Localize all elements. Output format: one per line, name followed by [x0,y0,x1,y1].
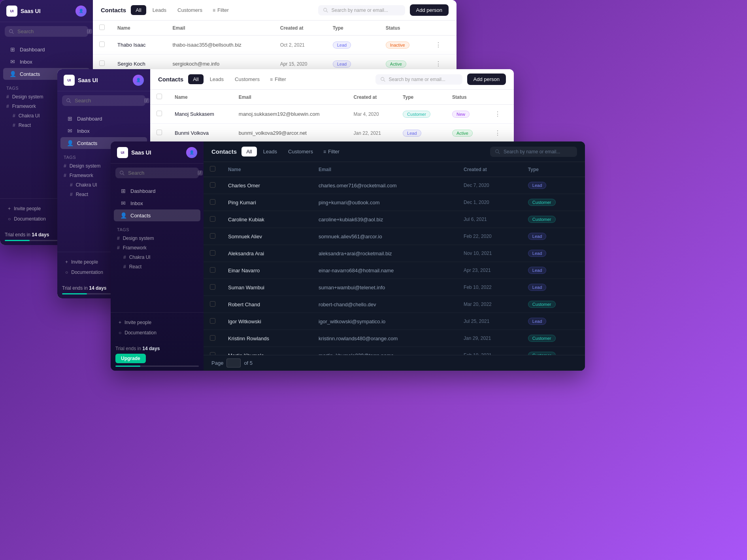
type-badge: Customer [528,335,556,342]
col-name: Name [168,90,232,105]
documentation-button[interactable]: ○ Documentation [115,328,199,338]
sidebar-header: UI Saas UI 👤 [111,141,204,164]
search-icon [495,149,500,155]
svg-point-10 [496,149,499,153]
contact-email: bunmi_volkova299@arcor.net [232,124,347,143]
search-bar[interactable] [375,74,462,85]
table-row: Thabo Isaac thabo-isaac355@bellsouth.biz… [93,36,456,55]
tab-all[interactable]: All [241,147,257,156]
tab-leads[interactable]: Leads [148,5,171,15]
invite-label: Invite people [71,259,98,265]
tag-label: Design system [123,236,154,241]
filter-button[interactable]: ≡ Filter [319,147,343,156]
sidebar-item-label: Inbox [20,59,32,65]
sidebar-item-dashboard[interactable]: ⊞ Dashboard [114,185,200,197]
contact-created: Dec 1, 2020 [457,194,522,211]
row-checkbox[interactable] [210,352,215,355]
select-all-checkbox[interactable] [157,94,162,99]
search-box[interactable]: / [115,168,199,178]
search-bar[interactable] [490,147,577,157]
search-bar[interactable] [318,5,405,15]
tag-label: Framework [123,245,147,251]
more-button[interactable]: ⋮ [434,59,443,68]
tab-customers[interactable]: Customers [230,74,264,84]
tag-react[interactable]: # React [111,262,204,272]
trial-progress-fill [62,293,87,294]
docs-label: Documentation [71,270,103,275]
avatar: 👤 [133,75,144,86]
row-checkbox[interactable] [210,233,215,239]
page-input[interactable]: 1 [226,358,241,368]
status-badge: New [452,111,470,118]
window-front: UI Saas UI 👤 / ⊞ Dashboard ✉ Inbox 👤 Con… [111,141,585,371]
select-all-checkbox[interactable] [99,25,105,30]
select-all-checkbox[interactable] [210,166,215,172]
sidebar-item-inbox[interactable]: ✉ Inbox [60,125,147,137]
row-checkbox[interactable] [210,267,215,273]
tag-design-system[interactable]: # Design system [111,234,204,243]
sidebar-item-inbox[interactable]: ✉ Inbox [114,197,200,209]
tab-all[interactable]: All [188,74,203,84]
svg-point-6 [381,77,384,80]
contact-created: Jan 29, 2021 [457,330,522,347]
tag-label: Design system [70,163,101,169]
tab-leads[interactable]: Leads [205,74,228,84]
row-checkbox[interactable] [210,318,215,324]
row-checkbox[interactable] [210,284,215,290]
upgrade-button[interactable]: Upgrade [115,354,146,363]
filter-button[interactable]: ≡ Filter [209,5,233,15]
col-created: Created at [274,21,326,36]
inbox-icon: ✉ [120,200,126,206]
sidebar-item-inbox[interactable]: ✉ Inbox [3,56,90,68]
row-checkbox[interactable] [210,250,215,256]
more-button[interactable]: ⋮ [493,109,502,119]
sidebar-item-dashboard[interactable]: ⊞ Dashboard [3,43,90,55]
row-checkbox[interactable] [210,199,215,205]
invite-people-button[interactable]: + Invite people [115,317,199,328]
search-input[interactable] [332,8,400,13]
tag-framework[interactable]: # Framework [111,243,204,253]
row-checkbox[interactable] [210,301,215,307]
row-checkbox[interactable] [210,216,215,222]
type-badge: Lead [528,318,546,325]
search-icon [9,29,14,34]
type-badge: Lead [333,41,351,49]
row-checkbox[interactable] [210,335,215,341]
row-checkbox[interactable] [99,60,105,66]
search-box[interactable]: / [5,26,88,37]
tag-label: React [19,123,31,128]
tag-label: Chakra UI [129,255,151,260]
row-checkbox[interactable] [210,182,215,188]
invite-label: Invite people [14,206,41,211]
add-person-button[interactable]: Add person [467,74,506,85]
search-input[interactable] [17,28,84,34]
tag-chakra-ui[interactable]: # Chakra UI [111,253,204,262]
search-box[interactable]: / [62,95,145,106]
sidebar-item-contacts[interactable]: 👤 Contacts [114,209,200,221]
sidebar-item-dashboard[interactable]: ⊞ Dashboard [60,113,147,124]
row-checkbox[interactable] [157,130,162,135]
filter-icon: ≡ [213,8,215,13]
sidebar-item-label: Contacts [20,71,40,77]
filter-button[interactable]: ≡ Filter [266,74,290,84]
page-title: Contacts [158,76,183,83]
row-checkbox[interactable] [99,41,105,47]
search-input[interactable] [504,149,572,155]
tab-leads[interactable]: Leads [258,147,282,156]
sidebar-bottom: + Invite people ○ Documentation [111,312,204,343]
more-button[interactable]: ⋮ [493,128,502,138]
topbar: Contacts All Leads Customers ≡ Filter Ad… [93,0,456,21]
tab-customers[interactable]: Customers [283,147,318,156]
row-checkbox[interactable] [157,111,162,116]
search-input[interactable] [389,77,458,82]
more-button[interactable]: ⋮ [434,40,443,49]
of-label: of 5 [244,360,253,366]
tab-customers[interactable]: Customers [173,5,207,15]
search-icon [380,77,386,82]
add-person-button[interactable]: Add person [410,4,449,16]
table-row: Kristinn Rowlands kristinn.rowlands480@o… [204,330,585,347]
tab-all[interactable]: All [131,5,146,15]
search-input[interactable] [128,170,194,176]
tag-label: Chakra UI [19,113,40,119]
search-input[interactable] [75,98,141,104]
